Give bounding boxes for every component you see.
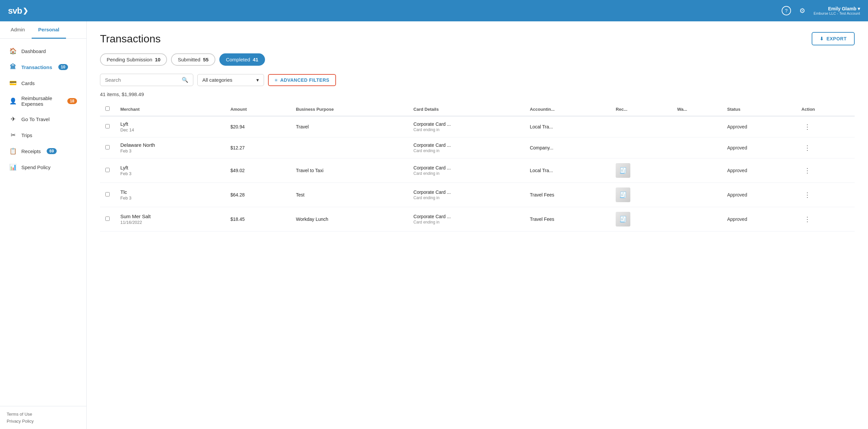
sidebar-item-receipts[interactable]: 📋 Receipts 69 [3,143,84,159]
sidebar-item-label: Dashboard [21,48,46,54]
row-action-button[interactable]: ⋮ [801,165,813,176]
tab-personal[interactable]: Personal [32,21,66,39]
row-checkbox-cell [100,159,115,183]
search-input[interactable] [105,77,179,83]
chevron-down-icon: ▾ [256,77,259,83]
row-checkbox-cell [100,207,115,231]
row-action-button[interactable]: ⋮ [801,121,813,132]
wa-col-header: Wa... [672,103,722,116]
card-sub: Card ending in [413,127,519,132]
rec-cell [610,138,672,159]
sidebar-item-label: Spend Policy [21,165,51,170]
sidebar: Admin Personal 🏠 Dashboard 🏛 Transaction… [0,21,87,429]
row-checkbox-cell [100,138,115,159]
row-checkbox[interactable] [105,168,110,172]
row-checkbox[interactable] [105,192,110,197]
status-cell: Approved [722,138,796,159]
sidebar-item-spend-policy[interactable]: 📊 Spend Policy [3,160,84,175]
status-value: Approved [727,217,747,222]
status-cell: Approved [722,207,796,231]
action-cell: ⋮ [796,159,855,183]
row-checkbox[interactable] [105,217,110,221]
table-row: Delaware North Feb 3 $12.27 Corporate Ca… [100,138,855,159]
header-right: ? ⚙ Emily Glamb ▾ Emburse LLC - Test Acc… [782,6,860,15]
submitted-count: 55 [203,57,209,62]
sidebar-item-dashboard[interactable]: 🏠 Dashboard [3,44,84,59]
wa-cell [672,183,722,207]
completed-label: Completed [226,57,250,62]
receipts-badge: 69 [46,148,56,154]
card-name: Corporate Card ... [413,190,519,195]
status-value: Approved [727,192,747,198]
action-cell: ⋮ [796,116,855,138]
row-checkbox[interactable] [105,145,110,149]
sidebar-tabs: Admin Personal [0,21,86,39]
gear-icon[interactable]: ⚙ [798,6,807,15]
privacy-policy-link[interactable]: Privacy Policy [7,419,80,424]
table-header: Merchant Amount Business Purpose Card De… [100,103,855,116]
status-tab-submitted[interactable]: Submitted 55 [171,53,215,66]
sidebar-item-go-to-travel[interactable]: ✈ Go To Travel [3,111,84,127]
items-summary: 41 items, $1,998.49 [100,91,855,97]
status-cell: Approved [722,183,796,207]
table-body: Lyft Dec 14 $20.94 Travel Corporate Card… [100,116,855,231]
merchant-date: Feb 3 [120,196,220,200]
merchant-col-header: Merchant [115,103,225,116]
action-cell: ⋮ [796,207,855,231]
card-sub: Card ending in [413,196,519,200]
business-purpose-cell: Travel [291,116,408,138]
tab-admin[interactable]: Admin [4,21,32,39]
sidebar-item-cards[interactable]: 💳 Cards [3,76,84,91]
status-tabs-row: Pending Submission 10 Submitted 55 Compl… [100,53,855,66]
user-menu[interactable]: Emily Glamb ▾ Emburse LLC - Test Account [814,6,860,15]
accounting-cell: Travel Fees [524,183,610,207]
row-action-button[interactable]: ⋮ [801,214,813,225]
sidebar-item-label: Go To Travel [21,116,50,122]
receipt-thumbnail: 🧾 [616,212,630,227]
help-icon[interactable]: ? [782,6,791,15]
export-button[interactable]: ⬇ EXPORT [812,32,855,46]
row-action-button[interactable]: ⋮ [801,142,813,153]
table-row: Tlc Feb 3 $64.28 Test Corporate Card ...… [100,183,855,207]
merchant-date: 11/16/2022 [120,220,220,225]
merchant-name: Lyft [120,165,220,170]
action-cell: ⋮ [796,183,855,207]
card-name: Corporate Card ... [413,142,519,148]
card-name: Corporate Card ... [413,165,519,170]
category-dropdown[interactable]: All categories ▾ [197,74,264,86]
wa-cell [672,207,722,231]
sidebar-item-transactions[interactable]: 🏛 Transactions 10 [3,59,84,75]
pending-count: 10 [155,57,161,62]
accounting-cell: Local Tra... [524,159,610,183]
sidebar-item-reimbursable-expenses[interactable]: 👤 Reimbursable Expenses 18 [3,91,84,111]
table-row: Lyft Feb 3 $49.02 Travel to Taxi Corpora… [100,159,855,183]
page-title: Transactions [100,33,161,45]
sidebar-item-label: Trips [21,133,32,138]
main-content: Transactions ⬇ EXPORT Pending Submission… [87,21,868,429]
rec-cell: 🧾 [610,207,672,231]
merchant-date: Dec 14 [120,127,220,133]
search-input-wrapper: 🔍 [100,74,193,86]
business-purpose-cell [291,138,408,159]
status-tab-completed[interactable]: Completed 41 [219,53,265,66]
business-purpose-cell: Travel to Taxi [291,159,408,183]
card-sub: Card ending in [413,220,519,225]
amount-cell: $12.27 [225,138,291,159]
rec-cell: 🧾 [610,159,672,183]
sidebar-item-trips[interactable]: ✂ Trips [3,127,84,143]
receipt-thumbnail: 🧾 [616,188,630,202]
status-col-header: Status [722,103,796,116]
merchant-cell: Lyft Feb 3 [115,159,225,183]
terms-of-use-link[interactable]: Terms of Use [7,412,80,417]
row-checkbox-cell [100,183,115,207]
status-tab-pending[interactable]: Pending Submission 10 [100,53,167,66]
card-details-cell: Corporate Card ... Card ending in [408,207,524,231]
business-purpose-cell: Test [291,183,408,207]
select-all-checkbox[interactable] [105,107,110,111]
amount-cell: $20.94 [225,116,291,138]
row-action-button[interactable]: ⋮ [801,190,813,200]
row-checkbox[interactable] [105,124,110,128]
advanced-filters-button[interactable]: ≡ ADVANCED FILTERS [268,74,336,86]
sidebar-item-label: Receipts [21,148,41,154]
sidebar-item-label: Transactions [21,64,52,70]
